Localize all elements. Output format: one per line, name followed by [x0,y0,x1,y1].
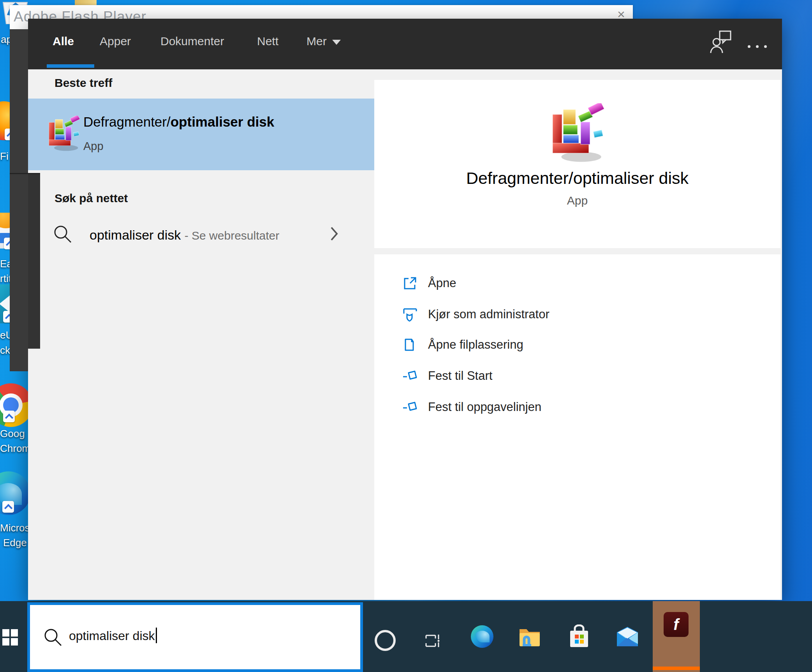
open-icon [402,275,419,292]
desktop-icon-label[interactable]: Micros [0,522,30,534]
flash-window-edge [10,29,28,371]
search-input[interactable]: optimaliser disk [69,628,157,643]
result-type: App [83,140,104,153]
file-explorer-icon[interactable] [518,626,541,648]
result-title: Defragmenter/optimaliser disk [83,114,274,130]
action-pin-to-start[interactable]: Fest til Start [374,360,780,392]
flash-window-edge [28,173,40,349]
file-location-icon [402,336,419,353]
edge-taskbar-icon[interactable] [471,625,493,648]
tab-dokumenter[interactable]: Dokumenter [160,35,224,48]
flash-window-seam [10,173,40,174]
shortcut-arrow-icon [3,411,15,422]
pin-icon [402,367,419,385]
web-search-result[interactable]: optimaliser disk - Se webresultater [28,213,374,257]
desktop-icon-label[interactable]: Goog [0,428,25,440]
adobe-flash-active-app[interactable]: f [653,601,700,672]
desktop-icon-label[interactable]: Edge [3,537,27,549]
chevron-down-icon [332,40,341,45]
defrag-app-icon-large [546,103,609,166]
search-icon [52,224,73,245]
wallpaper-fragment [75,0,97,5]
desktop-icon-label[interactable]: Fi [0,150,9,162]
action-open-file-location[interactable]: Åpne filplassering [374,329,780,360]
search-icon [42,627,63,648]
tab-alle[interactable]: Alle [53,35,74,48]
microsoft-store-icon[interactable] [568,624,590,649]
mail-icon[interactable] [616,627,639,647]
cortana-icon[interactable] [375,630,396,651]
start-button[interactable] [2,629,18,646]
tab-mer[interactable]: Mer [306,35,341,48]
active-tab-underline [47,64,94,68]
task-view-icon[interactable] [424,632,441,649]
preview-title: Defragmenter/optimaliser disk [374,169,780,188]
admin-shield-icon [402,306,419,323]
more-options-icon[interactable] [748,41,779,52]
preview-type: App [374,194,780,207]
actions-card: Åpne Kjør som administrator Åpne filplas… [374,254,780,600]
section-title-web-search: Søk på nettet [55,192,128,205]
section-title-best-match: Beste treff [55,76,112,90]
active-app-indicator [653,667,700,670]
action-run-as-admin[interactable]: Kjør som administrator [374,299,780,330]
chevron-right-icon[interactable] [330,226,338,242]
preview-card: Defragmenter/optimaliser disk App [374,80,780,248]
text-caret [156,628,157,643]
desktop-icon-label[interactable]: Chrom [0,443,30,455]
action-pin-to-taskbar[interactable]: Fest til oppgavelinjen [374,392,780,423]
search-flyout-panel: Alle Apper Dokumenter Nett Mer Beste tre… [28,19,782,600]
tab-apper[interactable]: Apper [100,35,131,48]
pin-icon [402,399,419,416]
search-tabs-header: Alle Apper Dokumenter Nett Mer [28,19,782,69]
defrag-app-icon [45,116,83,153]
taskbar-search-box[interactable]: optimaliser disk [27,602,363,672]
web-search-text: optimaliser disk - Se webresultater [90,228,279,243]
action-open[interactable]: Åpne [374,268,780,299]
adobe-flash-icon: f [664,612,689,637]
feedback-icon[interactable] [710,29,733,56]
tab-nett[interactable]: Nett [257,35,278,48]
desktop: ap Fi Ea rtit eU ckup Goog Chrom Micros … [0,0,812,672]
best-match-result[interactable]: Defragmenter/optimaliser disk App [28,99,374,170]
shortcut-arrow-icon [2,501,14,513]
